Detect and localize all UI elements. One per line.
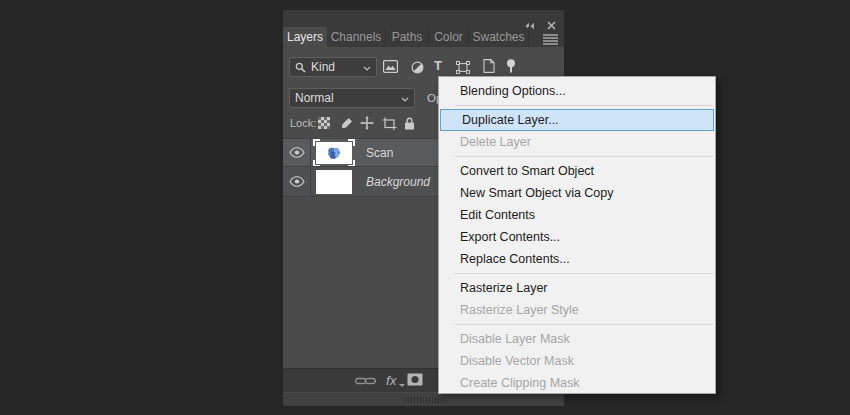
visibility-toggle[interactable] bbox=[283, 139, 311, 166]
menu-item-rasterize-layer[interactable]: Rasterize Layer bbox=[439, 277, 715, 299]
eye-icon bbox=[289, 173, 305, 191]
smart-objects-filter-icon[interactable] bbox=[483, 59, 495, 77]
adjustment-layers-filter-icon[interactable] bbox=[411, 60, 424, 78]
lock-pixels-icon[interactable] bbox=[340, 116, 353, 134]
menu-item-edit-contents[interactable]: Edit Contents bbox=[439, 204, 715, 226]
thumbnail-selection-corner bbox=[313, 139, 320, 146]
layer-thumbnail-background[interactable] bbox=[316, 170, 352, 194]
lock-label: Lock: bbox=[290, 117, 316, 129]
panel-menu-icon bbox=[543, 31, 558, 48]
tab-color[interactable]: Color bbox=[429, 27, 469, 47]
layer-context-menu: Blending Options... Duplicate Layer... D… bbox=[438, 76, 716, 394]
lock-artboard-nesting-icon[interactable] bbox=[382, 116, 397, 134]
eye-icon bbox=[289, 144, 305, 162]
menu-item-duplicate-layer[interactable]: Duplicate Layer... bbox=[440, 109, 714, 131]
panel-header: Layers Channels Paths Color Swatches bbox=[283, 10, 564, 47]
tab-paths[interactable]: Paths bbox=[386, 27, 429, 47]
menu-item-replace-contents[interactable]: Replace Contents... bbox=[439, 248, 715, 270]
chevron-down-icon bbox=[363, 60, 371, 74]
tab-channels[interactable]: Channels bbox=[327, 27, 386, 47]
lock-position-icon[interactable] bbox=[360, 116, 374, 134]
menu-separator bbox=[455, 324, 713, 325]
menu-separator bbox=[455, 156, 713, 157]
layer-thumbnail-scan[interactable] bbox=[316, 142, 352, 164]
search-icon bbox=[295, 62, 306, 73]
menu-separator bbox=[455, 273, 713, 274]
add-layer-mask-icon bbox=[407, 372, 423, 390]
menu-item-export-contents[interactable]: Export Contents... bbox=[439, 226, 715, 248]
menu-item-disable-layer-mask: Disable Layer Mask bbox=[439, 328, 715, 350]
blend-mode-dropdown[interactable]: Normal bbox=[289, 88, 415, 108]
add-layer-mask-button[interactable] bbox=[407, 369, 423, 393]
panel-tab-bar: Layers Channels Paths Color Swatches bbox=[283, 27, 564, 47]
layer-filter-kind-dropdown[interactable]: Kind bbox=[289, 57, 377, 77]
pixel-layers-filter-icon[interactable] bbox=[383, 59, 398, 77]
chevron-down-icon bbox=[399, 384, 405, 387]
menu-item-blending-options[interactable]: Blending Options... bbox=[439, 80, 715, 102]
tab-swatches[interactable]: Swatches bbox=[469, 27, 529, 47]
fx-icon: fx bbox=[386, 374, 397, 388]
visibility-toggle[interactable] bbox=[283, 167, 311, 196]
panel-bottom-edge bbox=[283, 392, 564, 406]
lock-transparency-icon[interactable] bbox=[318, 117, 330, 129]
layer-name[interactable]: Scan bbox=[366, 146, 393, 160]
menu-item-convert-to-smart-object[interactable]: Convert to Smart Object bbox=[439, 160, 715, 182]
kind-dropdown-value: Kind bbox=[311, 60, 335, 74]
link-layers-button[interactable] bbox=[355, 369, 376, 393]
menu-separator bbox=[455, 105, 713, 106]
menu-item-new-smart-object-via-copy[interactable]: New Smart Object via Copy bbox=[439, 182, 715, 204]
lock-all-icon[interactable] bbox=[404, 116, 415, 134]
menu-item-delete-layer: Delete Layer bbox=[439, 131, 715, 153]
menu-item-disable-vector-mask: Disable Vector Mask bbox=[439, 350, 715, 372]
type-layers-filter-icon[interactable]: T bbox=[434, 58, 442, 73]
panel-resize-grip[interactable] bbox=[405, 397, 445, 403]
filter-toggle-icon[interactable] bbox=[506, 59, 516, 77]
layer-name[interactable]: Background bbox=[366, 175, 430, 189]
blend-mode-value: Normal bbox=[295, 91, 334, 105]
chevron-down-icon bbox=[401, 91, 409, 105]
menu-item-create-clipping-mask: Create Clipping Mask bbox=[439, 372, 715, 394]
tab-layers[interactable]: Layers bbox=[283, 27, 327, 47]
photoshop-workspace: Layers Channels Paths Color Swatches Kin… bbox=[0, 0, 850, 415]
menu-item-rasterize-layer-style: Rasterize Layer Style bbox=[439, 299, 715, 321]
thumbnail-selection-corner bbox=[348, 139, 355, 146]
link-layers-icon bbox=[355, 372, 376, 390]
layer-styles-button[interactable]: fx bbox=[386, 369, 405, 393]
